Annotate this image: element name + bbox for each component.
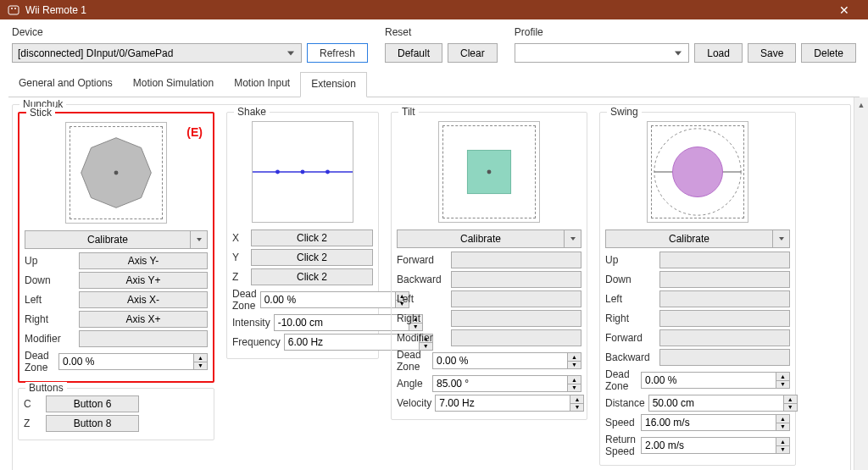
stick-deadzone-input[interactable] — [58, 353, 194, 370]
scroll-up-icon[interactable]: ▲ — [854, 97, 868, 112]
swing-up-map[interactable] — [659, 252, 790, 268]
tab-motion-simulation[interactable]: Motion Simulation — [123, 72, 224, 97]
tilt-backward-map[interactable] — [451, 271, 581, 288]
tilt-forward-map[interactable] — [451, 252, 581, 268]
swing-calibrate-button[interactable]: Calibrate — [605, 229, 773, 248]
swing-right-map[interactable] — [659, 310, 790, 327]
tilt-visualizer — [438, 121, 540, 223]
shake-y-map[interactable]: Click 2 — [251, 249, 373, 266]
stick-up-map[interactable]: Axis Y- — [79, 252, 208, 269]
delete-button[interactable]: Delete — [801, 43, 856, 63]
swing-left-map[interactable] — [659, 290, 790, 307]
stick-down-map[interactable]: Axis Y+ — [79, 272, 208, 289]
swing-visualizer — [647, 121, 748, 223]
shake-section: Shake XClick 2 YClick 2 ZClick 2 Dead Zo… — [226, 112, 379, 359]
stick-left-map[interactable]: Axis X- — [79, 291, 208, 308]
swing-section: Swing Calibrate Up Down Left Right — [599, 112, 796, 466]
device-combo[interactable]: [disconnected] DInput/0/GamePad — [12, 43, 302, 63]
clear-button[interactable]: Clear — [448, 43, 498, 63]
swing-speed-input[interactable] — [641, 414, 776, 431]
stick-calibrate-dropdown[interactable] — [191, 230, 208, 249]
default-button[interactable]: Default — [385, 43, 442, 63]
swing-down-map[interactable] — [659, 271, 790, 288]
swing-backward-map[interactable] — [659, 349, 790, 366]
svg-point-12 — [673, 147, 723, 197]
device-label: Device — [12, 26, 368, 38]
stick-section: Stick (E) Calibrate UpAxis Y- DownAxis Y… — [18, 112, 214, 383]
tilt-angle-input[interactable] — [432, 375, 568, 392]
tilt-section: Tilt Calibrate Forward Backward Left Rig… — [391, 112, 587, 420]
stick-calibrate-button[interactable]: Calibrate — [25, 230, 191, 249]
vertical-scrollbar[interactable]: ▲ — [854, 97, 868, 470]
shake-legend: Shake — [234, 106, 270, 118]
svg-point-9 — [487, 170, 492, 174]
swing-distance-input[interactable] — [648, 395, 784, 412]
app-icon — [7, 5, 20, 15]
svg-point-7 — [326, 170, 330, 174]
shake-deadzone-input[interactable] — [260, 291, 396, 308]
swing-forward-map[interactable] — [659, 329, 790, 346]
window-title: Wii Remote 1 — [25, 4, 827, 16]
buttons-legend: Buttons — [25, 382, 67, 394]
swing-legend: Swing — [607, 106, 642, 118]
svg-point-0 — [11, 8, 13, 9]
save-button[interactable]: Save — [748, 43, 796, 63]
stick-right-map[interactable]: Axis X+ — [79, 311, 208, 328]
swing-return-speed-input[interactable] — [641, 437, 776, 454]
profile-label: Profile — [515, 26, 856, 38]
spin-down[interactable]: ▼ — [194, 362, 208, 371]
tilt-left-map[interactable] — [451, 290, 581, 307]
stick-tag: (E) — [186, 125, 203, 139]
tab-motion-input[interactable]: Motion Input — [224, 72, 300, 97]
stick-visualizer — [65, 122, 167, 224]
tilt-legend: Tilt — [398, 106, 419, 118]
tilt-deadzone-input[interactable] — [432, 352, 568, 369]
stick-modifier-map[interactable] — [79, 330, 208, 347]
titlebar: Wii Remote 1 ✕ — [0, 0, 868, 19]
svg-point-3 — [114, 171, 119, 175]
svg-point-1 — [14, 8, 16, 9]
svg-point-6 — [301, 170, 305, 174]
reset-label: Reset — [385, 26, 498, 38]
stick-legend: Stick — [26, 107, 55, 119]
shake-x-map[interactable]: Click 2 — [251, 229, 373, 246]
button-c-map[interactable]: Button 6 — [46, 395, 139, 412]
swing-calibrate-dropdown[interactable] — [773, 229, 790, 248]
shake-intensity-input[interactable] — [274, 314, 409, 331]
nunchuk-group: Nunchuk Stick (E) Calibrate — [12, 104, 851, 470]
toolbar: Device [disconnected] DInput/0/GamePad R… — [0, 19, 868, 66]
tilt-modifier-map[interactable] — [451, 329, 581, 346]
tilt-calibrate-button[interactable]: Calibrate — [397, 229, 565, 248]
swing-deadzone-input[interactable] — [641, 372, 776, 389]
button-z-map[interactable]: Button 8 — [46, 415, 139, 432]
profile-combo[interactable] — [515, 43, 690, 63]
shake-z-map[interactable]: Click 2 — [251, 268, 373, 285]
tilt-calibrate-dropdown[interactable] — [565, 229, 581, 248]
refresh-button[interactable]: Refresh — [307, 43, 368, 63]
tab-general[interactable]: General and Options — [8, 72, 123, 97]
shake-visualizer — [252, 121, 353, 223]
svg-point-5 — [275, 170, 280, 174]
tab-strip: General and Options Motion Simulation Mo… — [8, 71, 860, 97]
tab-extension[interactable]: Extension — [300, 72, 367, 97]
load-button[interactable]: Load — [694, 43, 743, 63]
buttons-section: Buttons CButton 6 ZButton 8 — [18, 388, 214, 440]
tilt-right-map[interactable] — [451, 310, 581, 327]
spin-up[interactable]: ▲ — [194, 353, 208, 362]
tilt-velocity-input[interactable] — [435, 395, 570, 412]
close-button[interactable]: ✕ — [827, 3, 861, 17]
